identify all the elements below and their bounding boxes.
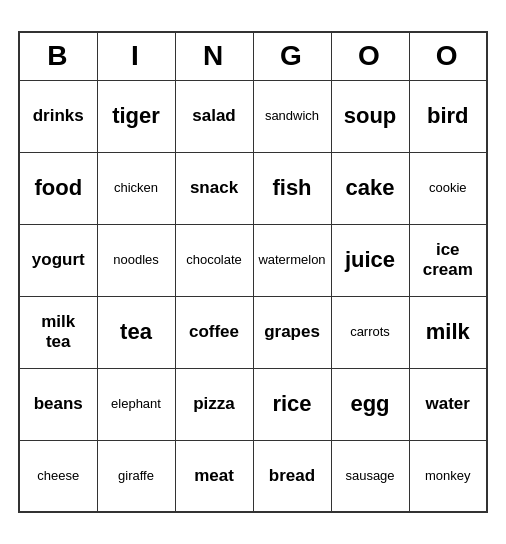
cell-label: yogurt [22, 250, 95, 270]
cell-4-2: pizza [175, 368, 253, 440]
cell-label: noodles [100, 252, 173, 268]
header-col-2: N [175, 32, 253, 80]
cell-label: food [22, 175, 95, 201]
cell-3-5: milk [409, 296, 487, 368]
bingo-table: BINGOO drinkstigersaladsandwichsoupbirdf… [18, 31, 488, 513]
cell-3-1: tea [97, 296, 175, 368]
cell-5-2: meat [175, 440, 253, 512]
cell-0-2: salad [175, 80, 253, 152]
cell-label: soup [334, 103, 407, 129]
cell-label: salad [178, 106, 251, 126]
cell-label: cake [334, 175, 407, 201]
cell-2-3: watermelon [253, 224, 331, 296]
cell-label: bird [412, 103, 485, 129]
table-row: cheesegiraffemeatbreadsausagemonkey [19, 440, 487, 512]
cell-label: chicken [100, 180, 173, 196]
cell-label: sandwich [256, 108, 329, 124]
cell-label: watermelon [256, 252, 329, 268]
cell-label: cheese [22, 468, 95, 484]
cell-5-1: giraffe [97, 440, 175, 512]
cell-0-5: bird [409, 80, 487, 152]
cell-label: snack [178, 178, 251, 198]
cell-label: water [412, 394, 485, 414]
cell-label: pizza [178, 394, 251, 414]
cell-4-1: elephant [97, 368, 175, 440]
cell-0-3: sandwich [253, 80, 331, 152]
cell-2-0: yogurt [19, 224, 97, 296]
cell-1-5: cookie [409, 152, 487, 224]
cell-label: egg [334, 391, 407, 417]
table-row: drinkstigersaladsandwichsoupbird [19, 80, 487, 152]
cell-4-5: water [409, 368, 487, 440]
table-row: beanselephantpizzariceeggwater [19, 368, 487, 440]
cell-1-4: cake [331, 152, 409, 224]
cell-3-3: grapes [253, 296, 331, 368]
table-row: yogurtnoodleschocolatewatermelonjuiceice… [19, 224, 487, 296]
cell-label: monkey [412, 468, 485, 484]
cell-1-2: snack [175, 152, 253, 224]
cell-0-1: tiger [97, 80, 175, 152]
cell-label: icecream [412, 240, 485, 281]
header-col-1: I [97, 32, 175, 80]
cell-label: milktea [22, 312, 95, 353]
cell-label: fish [256, 175, 329, 201]
cell-3-0: milktea [19, 296, 97, 368]
cell-label: meat [178, 466, 251, 486]
cell-4-3: rice [253, 368, 331, 440]
header-row: BINGOO [19, 32, 487, 80]
cell-label: drinks [22, 106, 95, 126]
cell-label: bread [256, 466, 329, 486]
cell-3-4: carrots [331, 296, 409, 368]
header-col-0: B [19, 32, 97, 80]
cell-1-0: food [19, 152, 97, 224]
header-col-3: G [253, 32, 331, 80]
cell-5-0: cheese [19, 440, 97, 512]
cell-3-2: coffee [175, 296, 253, 368]
table-row: foodchickensnackfishcakecookie [19, 152, 487, 224]
cell-label: beans [22, 394, 95, 414]
cell-0-4: soup [331, 80, 409, 152]
cell-2-2: chocolate [175, 224, 253, 296]
cell-5-4: sausage [331, 440, 409, 512]
header-col-5: O [409, 32, 487, 80]
bingo-card: BINGOO drinkstigersaladsandwichsoupbirdf… [8, 21, 498, 523]
cell-label: elephant [100, 396, 173, 412]
cell-label: sausage [334, 468, 407, 484]
cell-label: coffee [178, 322, 251, 342]
header-col-4: O [331, 32, 409, 80]
cell-0-0: drinks [19, 80, 97, 152]
cell-label: giraffe [100, 468, 173, 484]
cell-1-1: chicken [97, 152, 175, 224]
cell-label: chocolate [178, 252, 251, 268]
cell-label: grapes [256, 322, 329, 342]
cell-label: cookie [412, 180, 485, 196]
cell-2-1: noodles [97, 224, 175, 296]
cell-label: tiger [100, 103, 173, 129]
cell-label: juice [334, 247, 407, 273]
cell-5-3: bread [253, 440, 331, 512]
cell-label: carrots [334, 324, 407, 340]
cell-label: rice [256, 391, 329, 417]
cell-5-5: monkey [409, 440, 487, 512]
table-row: milkteateacoffeegrapescarrotsmilk [19, 296, 487, 368]
cell-label: milk [412, 319, 485, 345]
cell-4-0: beans [19, 368, 97, 440]
cell-2-4: juice [331, 224, 409, 296]
cell-label: tea [100, 319, 173, 345]
cell-4-4: egg [331, 368, 409, 440]
cell-1-3: fish [253, 152, 331, 224]
cell-2-5: icecream [409, 224, 487, 296]
